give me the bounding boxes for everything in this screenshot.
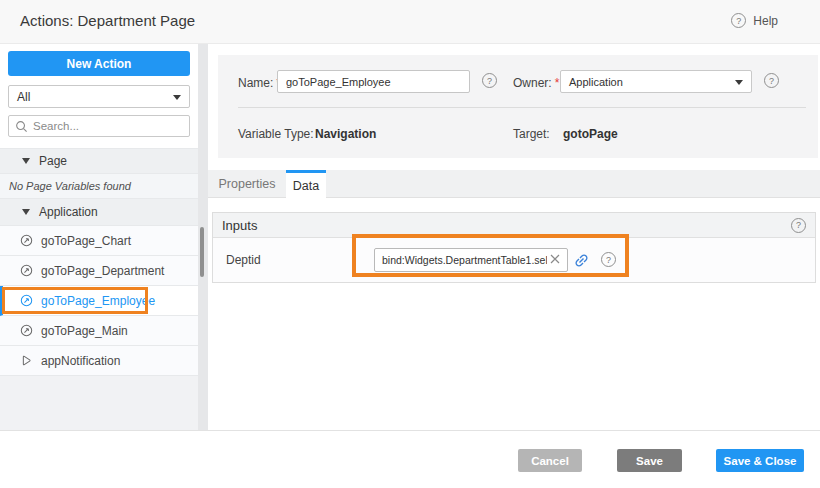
action-summary-card: Name:* Owner:* Application Variable Type…: [218, 55, 818, 158]
help-label: Help: [753, 14, 778, 28]
target-label: Target:: [513, 127, 550, 141]
sidebar-item-label: goToPage_Chart: [41, 234, 131, 248]
inputs-section-header: Inputs: [213, 213, 815, 238]
name-label: Name:*: [238, 76, 281, 90]
sidebar-item-label: goToPage_Main: [41, 324, 128, 338]
filter-select[interactable]: All: [8, 85, 190, 108]
owner-label: Owner:*: [513, 76, 559, 90]
required-marker: *: [555, 76, 560, 90]
variable-type-label: Variable Type:: [238, 127, 314, 141]
actions-dialog: Actions: Department Page Help New Action…: [0, 0, 820, 488]
sidebar-scrollbar-track: [198, 44, 208, 430]
sidebar-item-gotopage-department[interactable]: goToPage_Department: [0, 256, 198, 286]
chevron-down-icon: [735, 80, 743, 85]
collapse-triangle-icon: [22, 209, 30, 215]
tab-data[interactable]: Data: [286, 170, 326, 199]
owner-select[interactable]: Application: [560, 70, 752, 93]
sidebar-item-gotopage-chart[interactable]: goToPage_Chart: [0, 226, 198, 256]
bind-link-icon[interactable]: [573, 252, 590, 269]
sidebar-item-appnotification[interactable]: appNotification: [0, 346, 198, 376]
section-label: Page: [39, 154, 67, 168]
sidebar-filler: [0, 376, 198, 430]
search-icon: [15, 119, 28, 137]
help-icon: [731, 13, 746, 28]
navigation-icon: [20, 234, 33, 247]
save-and-close-button[interactable]: Save & Close: [716, 449, 804, 472]
owner-select-value: Application: [569, 76, 623, 88]
collapse-triangle-icon: [22, 158, 30, 164]
save-button[interactable]: Save: [617, 449, 682, 472]
chevron-down-icon: [173, 95, 181, 100]
inputs-section: Inputs Deptid: [212, 212, 816, 283]
notification-icon: [20, 354, 33, 367]
deptid-bind-input[interactable]: [374, 248, 568, 272]
tab-properties[interactable]: Properties: [214, 170, 280, 198]
deptid-label: Deptid: [226, 253, 261, 267]
card-divider: [238, 107, 806, 108]
input-row-deptid: Deptid: [213, 238, 815, 282]
name-input[interactable]: [277, 70, 470, 93]
page-title: Actions: Department Page: [20, 12, 195, 29]
inputs-title: Inputs: [222, 218, 257, 233]
sidebar-section-application[interactable]: Application: [0, 199, 198, 226]
sidebar-item-label: goToPage_Department: [41, 264, 164, 278]
search-input[interactable]: [8, 115, 190, 137]
variables-sidebar: New Action All Page No Page Variables fo…: [0, 44, 198, 430]
page-empty-message: No Page Variables found: [0, 174, 198, 199]
sidebar-item-label: goToPage_Employee: [41, 294, 155, 308]
navigation-icon: [20, 324, 33, 337]
section-label: Application: [39, 205, 98, 219]
clear-binding-icon[interactable]: [549, 253, 561, 265]
detail-tabbar: Properties Data: [208, 170, 820, 198]
help-button[interactable]: Help: [731, 13, 778, 28]
sidebar-item-gotopage-employee[interactable]: goToPage_Employee: [0, 286, 198, 316]
name-help-icon[interactable]: [482, 73, 497, 88]
target-value: gotoPage: [563, 127, 618, 141]
dialog-header: Actions: Department Page Help: [0, 0, 820, 44]
sidebar-scrollbar-thumb[interactable]: [200, 227, 204, 277]
deptid-help-icon[interactable]: [601, 252, 616, 267]
search-box: [8, 115, 190, 137]
owner-help-icon[interactable]: [764, 73, 779, 88]
filter-select-value: All: [17, 90, 30, 104]
variable-type-value: Navigation: [315, 127, 376, 141]
new-action-button[interactable]: New Action: [8, 51, 190, 76]
sidebar-item-label: appNotification: [41, 354, 120, 368]
action-detail-panel: Name:* Owner:* Application Variable Type…: [208, 44, 820, 430]
sidebar-item-gotopage-main[interactable]: goToPage_Main: [0, 316, 198, 346]
inputs-help-icon[interactable]: [791, 218, 806, 233]
cancel-button[interactable]: Cancel: [518, 449, 582, 472]
dialog-footer: Cancel Save Save & Close: [0, 430, 820, 488]
sidebar-section-page[interactable]: Page: [0, 148, 198, 174]
navigation-icon: [20, 264, 33, 277]
navigation-icon: [20, 294, 33, 307]
